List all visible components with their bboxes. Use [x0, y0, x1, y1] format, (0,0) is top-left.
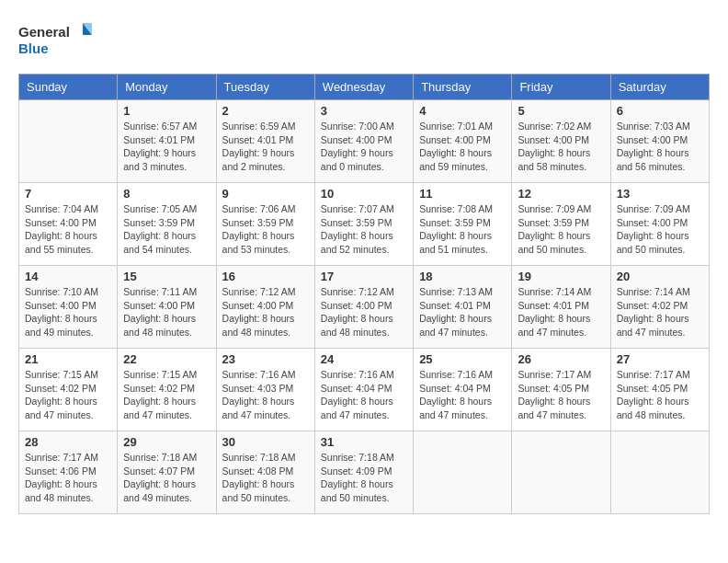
day-info: Sunrise: 7:06 AMSunset: 3:59 PMDaylight:…	[222, 202, 309, 257]
weekday-header: Wednesday	[314, 75, 413, 100]
day-number: 10	[321, 187, 407, 201]
day-number: 21	[25, 352, 111, 366]
day-number: 22	[123, 352, 210, 366]
calendar-week-row: 14 Sunrise: 7:10 AMSunset: 4:00 PMDaylig…	[19, 266, 710, 349]
calendar-day-cell: 26 Sunrise: 7:17 AMSunset: 4:05 PMDaylig…	[512, 349, 610, 431]
day-info: Sunrise: 7:01 AMSunset: 4:00 PMDaylight:…	[419, 120, 506, 174]
calendar-day-cell: 8 Sunrise: 7:05 AMSunset: 3:59 PMDayligh…	[118, 183, 216, 266]
day-number: 1	[123, 104, 210, 118]
calendar-week-row: 1 Sunrise: 6:57 AMSunset: 4:01 PMDayligh…	[19, 100, 710, 183]
day-number: 19	[518, 270, 604, 283]
day-info: Sunrise: 7:18 AMSunset: 4:07 PMDaylight:…	[123, 451, 210, 505]
day-info: Sunrise: 7:09 AMSunset: 4:00 PMDaylight:…	[617, 202, 703, 257]
day-number: 26	[518, 352, 604, 366]
calendar-day-cell	[414, 431, 512, 514]
calendar-day-cell: 14 Sunrise: 7:10 AMSunset: 4:00 PMDaylig…	[19, 266, 118, 349]
day-info: Sunrise: 7:14 AMSunset: 4:01 PMDaylight:…	[518, 285, 604, 339]
calendar-day-cell: 19 Sunrise: 7:14 AMSunset: 4:01 PMDaylig…	[512, 266, 610, 349]
day-info: Sunrise: 7:12 AMSunset: 4:00 PMDaylight:…	[321, 285, 407, 339]
day-info: Sunrise: 7:17 AMSunset: 4:06 PMDaylight:…	[25, 451, 111, 505]
day-number: 13	[617, 187, 703, 201]
calendar-day-cell: 25 Sunrise: 7:16 AMSunset: 4:04 PMDaylig…	[414, 349, 512, 431]
day-info: Sunrise: 7:02 AMSunset: 4:00 PMDaylight:…	[518, 120, 604, 174]
day-info: Sunrise: 7:13 AMSunset: 4:01 PMDaylight:…	[419, 285, 506, 339]
weekday-header: Tuesday	[216, 75, 314, 100]
calendar-day-cell: 10 Sunrise: 7:07 AMSunset: 3:59 PMDaylig…	[314, 183, 413, 266]
calendar-day-cell: 13 Sunrise: 7:09 AMSunset: 4:00 PMDaylig…	[610, 183, 709, 266]
day-info: Sunrise: 7:00 AMSunset: 4:00 PMDaylight:…	[321, 120, 407, 174]
calendar-day-cell: 27 Sunrise: 7:17 AMSunset: 4:05 PMDaylig…	[610, 349, 709, 431]
day-number: 16	[222, 270, 309, 283]
calendar-day-cell: 15 Sunrise: 7:11 AMSunset: 4:00 PMDaylig…	[118, 266, 216, 349]
calendar-day-cell: 2 Sunrise: 6:59 AMSunset: 4:01 PMDayligh…	[216, 100, 314, 183]
day-number: 11	[419, 187, 506, 201]
day-info: Sunrise: 7:04 AMSunset: 4:00 PMDaylight:…	[25, 202, 111, 257]
day-info: Sunrise: 7:15 AMSunset: 4:02 PMDaylight:…	[123, 368, 210, 422]
calendar-day-cell: 3 Sunrise: 7:00 AMSunset: 4:00 PMDayligh…	[314, 100, 413, 183]
day-number: 6	[617, 104, 703, 118]
page-header: General Blue	[18, 18, 710, 60]
calendar-day-cell	[512, 431, 610, 514]
day-number: 24	[321, 352, 407, 366]
day-info: Sunrise: 7:16 AMSunset: 4:03 PMDaylight:…	[222, 368, 309, 422]
day-number: 8	[123, 187, 210, 201]
calendar-day-cell: 17 Sunrise: 7:12 AMSunset: 4:00 PMDaylig…	[314, 266, 413, 349]
calendar-table: SundayMondayTuesdayWednesdayThursdayFrid…	[18, 74, 710, 514]
day-number: 4	[419, 104, 506, 118]
day-number: 29	[123, 435, 210, 449]
calendar-week-row: 28 Sunrise: 7:17 AMSunset: 4:06 PMDaylig…	[19, 431, 710, 514]
day-number: 7	[25, 187, 111, 201]
day-number: 30	[222, 435, 309, 449]
day-info: Sunrise: 7:14 AMSunset: 4:02 PMDaylight:…	[617, 285, 703, 339]
day-info: Sunrise: 7:11 AMSunset: 4:00 PMDaylight:…	[123, 285, 210, 339]
calendar-day-cell: 5 Sunrise: 7:02 AMSunset: 4:00 PMDayligh…	[512, 100, 610, 183]
calendar-day-cell: 7 Sunrise: 7:04 AMSunset: 4:00 PMDayligh…	[19, 183, 118, 266]
day-number: 28	[25, 435, 111, 449]
calendar-day-cell: 21 Sunrise: 7:15 AMSunset: 4:02 PMDaylig…	[19, 349, 118, 431]
calendar-week-row: 7 Sunrise: 7:04 AMSunset: 4:00 PMDayligh…	[19, 183, 710, 266]
day-info: Sunrise: 7:17 AMSunset: 4:05 PMDaylight:…	[518, 368, 604, 422]
day-number: 12	[518, 187, 604, 201]
day-info: Sunrise: 7:08 AMSunset: 3:59 PMDaylight:…	[419, 202, 506, 257]
calendar-week-row: 21 Sunrise: 7:15 AMSunset: 4:02 PMDaylig…	[19, 349, 710, 431]
calendar-day-cell: 12 Sunrise: 7:09 AMSunset: 3:59 PMDaylig…	[512, 183, 610, 266]
day-info: Sunrise: 7:18 AMSunset: 4:09 PMDaylight:…	[321, 451, 407, 505]
day-info: Sunrise: 7:16 AMSunset: 4:04 PMDaylight:…	[419, 368, 506, 422]
header-row: SundayMondayTuesdayWednesdayThursdayFrid…	[19, 75, 710, 100]
day-number: 9	[222, 187, 309, 201]
day-number: 2	[222, 104, 309, 118]
calendar-day-cell: 6 Sunrise: 7:03 AMSunset: 4:00 PMDayligh…	[610, 100, 709, 183]
day-number: 31	[321, 435, 407, 449]
calendar-day-cell: 18 Sunrise: 7:13 AMSunset: 4:01 PMDaylig…	[414, 266, 512, 349]
day-number: 5	[518, 104, 604, 118]
day-info: Sunrise: 7:16 AMSunset: 4:04 PMDaylight:…	[321, 368, 407, 422]
day-info: Sunrise: 7:09 AMSunset: 3:59 PMDaylight:…	[518, 202, 604, 257]
day-info: Sunrise: 7:15 AMSunset: 4:02 PMDaylight:…	[25, 368, 111, 422]
calendar-day-cell: 4 Sunrise: 7:01 AMSunset: 4:00 PMDayligh…	[414, 100, 512, 183]
weekday-header: Monday	[118, 75, 216, 100]
calendar-day-cell: 16 Sunrise: 7:12 AMSunset: 4:00 PMDaylig…	[216, 266, 314, 349]
day-info: Sunrise: 6:59 AMSunset: 4:01 PMDaylight:…	[222, 120, 309, 174]
weekday-header: Sunday	[19, 75, 118, 100]
day-number: 3	[321, 104, 407, 118]
day-info: Sunrise: 7:03 AMSunset: 4:00 PMDaylight:…	[617, 120, 703, 174]
calendar-day-cell: 1 Sunrise: 6:57 AMSunset: 4:01 PMDayligh…	[118, 100, 216, 183]
day-info: Sunrise: 7:10 AMSunset: 4:00 PMDaylight:…	[25, 285, 111, 339]
svg-text:General: General	[18, 24, 70, 40]
day-info: Sunrise: 7:18 AMSunset: 4:08 PMDaylight:…	[222, 451, 309, 505]
logo-svg: General Blue	[18, 18, 92, 60]
calendar-day-cell: 29 Sunrise: 7:18 AMSunset: 4:07 PMDaylig…	[118, 431, 216, 514]
calendar-day-cell: 28 Sunrise: 7:17 AMSunset: 4:06 PMDaylig…	[19, 431, 118, 514]
day-number: 27	[617, 352, 703, 366]
calendar-day-cell	[610, 431, 709, 514]
day-number: 15	[123, 270, 210, 283]
weekday-header: Thursday	[414, 75, 512, 100]
day-info: Sunrise: 7:05 AMSunset: 3:59 PMDaylight:…	[123, 202, 210, 257]
weekday-header: Friday	[512, 75, 610, 100]
calendar-day-cell: 20 Sunrise: 7:14 AMSunset: 4:02 PMDaylig…	[610, 266, 709, 349]
day-number: 17	[321, 270, 407, 283]
day-number: 25	[419, 352, 506, 366]
calendar-day-cell: 24 Sunrise: 7:16 AMSunset: 4:04 PMDaylig…	[314, 349, 413, 431]
svg-text:Blue: Blue	[18, 40, 49, 56]
logo: General Blue	[18, 18, 92, 60]
